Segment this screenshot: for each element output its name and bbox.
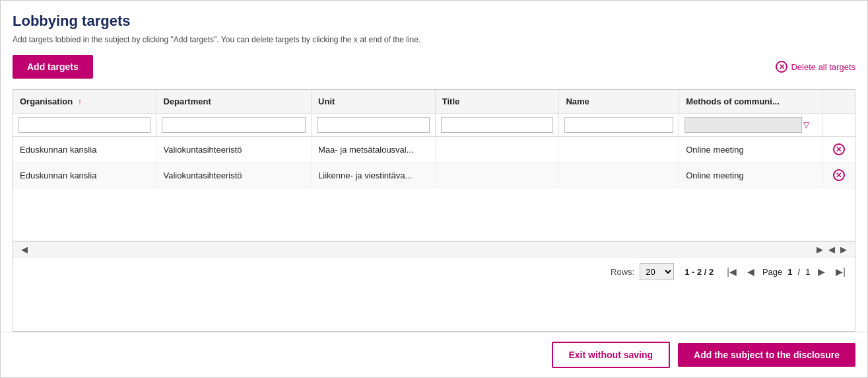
page-last-button[interactable]: ▶|	[833, 266, 848, 278]
scroll-left-start-button[interactable]: ◀	[18, 245, 30, 254]
page-first-button[interactable]: |◀	[724, 266, 739, 278]
scroll-right-last-button[interactable]: ▶	[838, 245, 850, 254]
cell-methods: Online meeting	[679, 163, 822, 188]
page-range-info: 1 - 2 / 2	[684, 267, 714, 277]
circle-x-icon: ✕	[776, 61, 787, 73]
cell-unit: Maa- ja metsätalousval...	[312, 137, 436, 163]
table-header-row: Organisation ↑ Department Unit Title Nam…	[13, 90, 855, 114]
delete-row-button[interactable]: ✕	[833, 169, 845, 181]
cell-title	[435, 137, 559, 163]
scroll-right-end-button[interactable]: ▶	[814, 245, 826, 254]
col-header-title: Title	[435, 90, 559, 114]
cell-action: ✕	[822, 163, 855, 188]
exit-without-saving-button[interactable]: Exit without saving	[552, 342, 671, 368]
sort-arrow-icon[interactable]: ↑	[78, 97, 82, 106]
rows-per-page-select[interactable]: 20 50 100	[640, 263, 674, 280]
delete-row-button[interactable]: ✕	[833, 143, 845, 155]
table-row: Eduskunnan kanslia Valiokuntasihteeristö…	[13, 163, 855, 188]
cell-methods: Online meeting	[679, 137, 822, 163]
total-pages: 1	[805, 267, 810, 277]
cell-title	[435, 163, 559, 188]
filter-name[interactable]	[564, 117, 673, 133]
cell-unit: Liikenne- ja viestintäva...	[312, 163, 436, 188]
filter-department[interactable]	[162, 117, 306, 133]
delete-all-targets-link[interactable]: ✕ Delete all targets	[776, 61, 855, 73]
col-header-organisation: Organisation ↑	[13, 90, 156, 114]
scroll-right-start-button[interactable]: ◀	[826, 245, 838, 254]
rows-label: Rows:	[611, 267, 634, 277]
add-subject-to-disclosure-button[interactable]: Add the subject to the disclosure	[678, 343, 855, 367]
page-description: Add targets lobbied in the subject by cl…	[13, 35, 855, 44]
footer-actions: Exit without saving Add the subject to t…	[1, 332, 867, 377]
page-separator: /	[798, 267, 801, 277]
toolbar-row: Add targets ✕ Delete all targets	[13, 55, 855, 79]
col-header-action	[822, 90, 855, 114]
delete-all-label: Delete all targets	[791, 62, 855, 72]
delete-row-icon: ✕	[833, 169, 845, 181]
col-header-name: Name	[559, 90, 679, 114]
filter-unit[interactable]	[317, 117, 430, 133]
cell-department: Valiokuntasihteeristö	[156, 137, 312, 163]
page-next-button[interactable]: ▶	[815, 266, 828, 278]
filter-title[interactable]	[441, 117, 554, 133]
cell-department: Valiokuntasihteeristö	[156, 163, 312, 188]
filter-funnel-icon[interactable]: ▽	[803, 120, 809, 130]
table-wrapper: Organisation ↑ Department Unit Title Nam…	[13, 89, 855, 332]
delete-row-icon: ✕	[833, 143, 845, 155]
table-filter-row: ▽	[13, 114, 855, 137]
pagination-bar: Rows: 20 50 100 1 - 2 / 2 |◀ ◀ Page 1 / …	[13, 257, 855, 285]
cell-organisation: Eduskunnan kanslia	[13, 137, 156, 163]
filter-methods[interactable]	[684, 117, 802, 133]
current-page: 1	[787, 267, 792, 277]
add-targets-button[interactable]: Add targets	[13, 55, 93, 79]
cell-organisation: Eduskunnan kanslia	[13, 163, 156, 188]
cell-action: ✕	[822, 137, 855, 163]
filter-organisation[interactable]	[18, 117, 150, 133]
page-prev-button[interactable]: ◀	[745, 266, 757, 278]
table-row: Eduskunnan kanslia Valiokuntasihteeristö…	[13, 137, 855, 163]
page-title: Lobbying targets	[13, 13, 855, 30]
horizontal-scrollbar: ◀ ▶ ◀ ▶	[13, 241, 855, 257]
lobbying-targets-table: Organisation ↑ Department Unit Title Nam…	[13, 90, 855, 241]
col-header-department: Department	[156, 90, 312, 114]
cell-name	[559, 137, 679, 163]
col-header-unit: Unit	[312, 90, 436, 114]
page-label: Page	[762, 267, 782, 277]
cell-name	[559, 163, 679, 188]
col-header-methods: Methods of communi...	[679, 90, 822, 114]
empty-spacer-row	[13, 188, 855, 241]
